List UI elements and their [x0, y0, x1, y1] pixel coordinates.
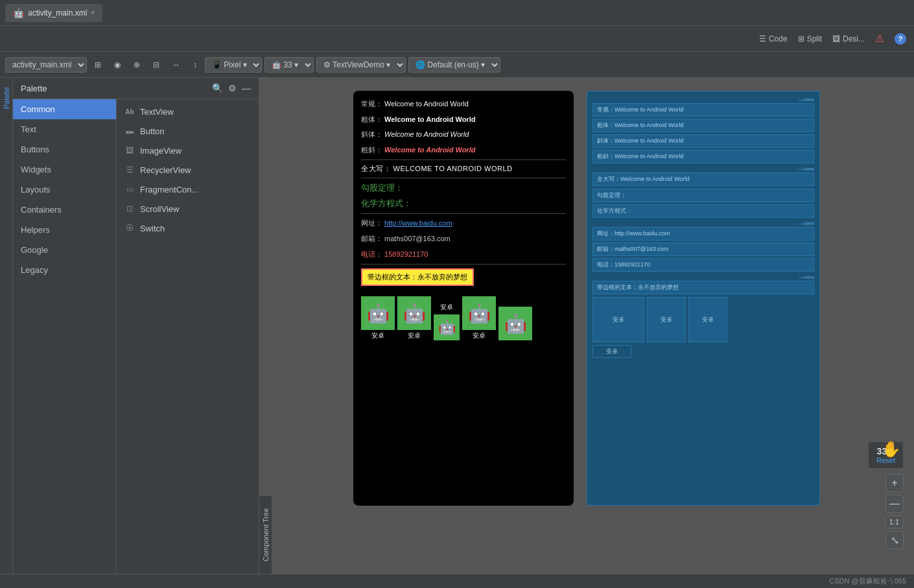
category-text[interactable]: Text [13, 119, 116, 139]
palette-header: Palette 🔍 ⚙ — [13, 78, 259, 99]
palette-search-button[interactable]: 🔍 [212, 83, 223, 93]
status-bar: CSDN @旨麻粗捡う865 [0, 574, 914, 588]
zoom-ratio-button[interactable]: 1:1 [885, 515, 904, 528]
tab-close-icon[interactable]: × [91, 9, 95, 16]
android-robot-3: 🤖 [434, 314, 460, 340]
android-robot-2: 🤖 [397, 296, 431, 330]
blueprint-content: —view 常规：Welcome to Android World 粗体：Wel… [587, 91, 819, 363]
help-icon[interactable]: ? [895, 33, 906, 45]
zoom-expand-button[interactable]: ⤡ [885, 531, 904, 549]
title-bar: 🤖 activity_main.xml × [0, 0, 914, 26]
locale-selector[interactable]: 🌐 Default (en-us) ▾ [408, 57, 500, 73]
app-selector[interactable]: ⚙ TextViewDemo ▾ [316, 57, 406, 73]
category-buttons[interactable]: Buttons [13, 139, 116, 159]
editor-toolbar: activity_main.xml ⊞ ◉ ⊕ ⊟ ↔ ↕ 📱 Pixel ▾ … [0, 52, 914, 78]
category-google[interactable]: Google [13, 240, 116, 260]
android-robot-1: 🤖 [361, 296, 395, 330]
bp-android-section: 安卓 安卓 安卓 [592, 297, 814, 342]
button-icon: ▬ [124, 126, 135, 136]
android-robot-4: 🤖 [462, 296, 496, 330]
phone-row-bold: 粗体： Welcome to Android World [361, 114, 566, 126]
component-scrollview-label: ScrollView [140, 204, 179, 214]
recyclerview-icon: ☰ [124, 165, 135, 175]
file-tab[interactable]: 🤖 activity_main.xml × [5, 4, 102, 22]
filename-selector[interactable]: activity_main.xml [5, 57, 87, 73]
phone-chemical: 化学方程式： [361, 198, 566, 209]
android-fig-3: 安卓 🤖 [434, 303, 460, 340]
v-arrow-button[interactable]: ↕ [188, 58, 202, 72]
palette-minimize-button[interactable]: — [242, 83, 251, 93]
component-recyclerview[interactable]: ☰ RecyclerView [117, 160, 259, 180]
bp-view-label-4: —view [592, 274, 814, 280]
component-tree-label[interactable]: Component Tree [262, 508, 270, 561]
phone-phone: 电话： 15892921170 [361, 249, 566, 261]
h-arrow-button[interactable]: ↔ [167, 58, 185, 72]
split-icon: ⊞ [798, 34, 804, 43]
zoom-out-button[interactable]: — [885, 495, 904, 513]
phone-android-figures: 🤖 安卓 🤖 安卓 安卓 [361, 296, 566, 340]
canvas-area: 常规： Welcome to Android World 粗体： Welcome… [259, 78, 914, 588]
component-switch-label: Switch [140, 224, 165, 233]
api-selector[interactable]: 🤖 33 ▾ [264, 57, 314, 73]
bp-bordered: 带边框的文本：永不放弃的梦想 [592, 281, 814, 294]
eye-icon: ◉ [114, 60, 121, 69]
component-button[interactable]: ▬ Button [117, 121, 259, 141]
component-imageview[interactable]: 🖼 ImageView [117, 141, 259, 160]
split-view-button[interactable]: ⊞ Split [798, 34, 822, 43]
design-view-button[interactable]: 🖼 Desi... [832, 34, 865, 43]
bp-contact-section: —view 网址：http://www.baidu.com 邮箱：maths00… [592, 220, 814, 272]
bp-row-normal: 常规：Welcome to Android World [592, 103, 814, 117]
category-widgets[interactable]: Widgets [13, 159, 116, 180]
bp-android-section-2: 安卓 [592, 345, 814, 358]
blueprint-preview: —view 常规：Welcome to Android World 粗体：Wel… [587, 91, 820, 506]
android-fig-1: 🤖 安卓 [361, 296, 395, 340]
eye-button[interactable]: ◉ [109, 58, 126, 72]
bp-android-sub-1: 安卓 [592, 345, 631, 358]
code-icon: ☰ [759, 34, 766, 43]
pan-icon: ⊕ [134, 60, 140, 69]
switch-icon: ⦿ [124, 223, 135, 233]
phone-divider-3 [361, 213, 566, 214]
phone-row-italic: 斜体： Welcome to Android World [361, 129, 566, 141]
code-view-button[interactable]: ☰ Code [759, 34, 788, 43]
category-layouts[interactable]: Layouts [13, 180, 116, 200]
bp-phone: 电话：15892921170 [592, 258, 814, 272]
bp-android-3: 安卓 [688, 297, 727, 342]
component-fragmentcontainer[interactable]: ▭ FragmentCon... [117, 180, 259, 199]
bp-uppercase: 全大写：Welcome to Android World [592, 172, 814, 186]
component-textview-label: TextView [140, 107, 174, 117]
columns-icon: ⊟ [153, 60, 159, 69]
pan-button[interactable]: ⊕ [128, 58, 145, 72]
bp-view-label-2: —view [592, 166, 814, 172]
layers-button[interactable]: ⊞ [89, 58, 106, 72]
editor-toolbar-left: activity_main.xml ⊞ ◉ ⊕ ⊟ ↔ ↕ 📱 Pixel ▾ … [5, 57, 909, 73]
bp-row-italic: 斜体：Welcome to Android World [592, 134, 814, 148]
imageview-icon: 🖼 [124, 145, 135, 156]
component-imageview-label: ImageView [140, 146, 182, 156]
palette-settings-button[interactable]: ⚙ [228, 83, 237, 93]
android-fig-4: 🤖 安卓 [462, 296, 496, 340]
canvas-wrapper: 常规： Welcome to Android World 粗体： Welcome… [259, 78, 914, 588]
android-fig-2: 🤖 安卓 [397, 296, 431, 340]
palette-tab[interactable]: Palette [1, 83, 12, 113]
category-containers[interactable]: Containers [13, 200, 116, 220]
view-toggle-button[interactable]: ⊟ [148, 58, 165, 72]
component-scrollview[interactable]: ⊡ ScrollView [117, 199, 259, 218]
component-textview[interactable]: Ab TextView [117, 102, 259, 121]
android-fig-5: 🤖 [498, 307, 532, 340]
tab-filename: activity_main.xml [28, 8, 87, 18]
component-tree-tab[interactable]: Component Tree [259, 496, 272, 574]
bp-uppercase-section: —view 全大写：Welcome to Android World [592, 166, 814, 186]
zoom-in-button[interactable]: + [885, 474, 904, 492]
error-icon[interactable]: ⚠ [875, 32, 884, 45]
device-selector[interactable]: 📱 Pixel ▾ [205, 57, 262, 73]
top-toolbar: ☰ Code ⊞ Split 🖼 Desi... ⚠ ? [0, 26, 914, 52]
category-helpers[interactable]: Helpers [13, 220, 116, 240]
palette-content: Common Text Buttons Widgets Layouts Cont… [13, 99, 259, 588]
category-legacy[interactable]: Legacy [13, 260, 116, 280]
category-common[interactable]: Common [13, 99, 116, 119]
fragmentcontainer-icon: ▭ [124, 184, 135, 194]
component-switch[interactable]: ⦿ Switch [117, 218, 259, 238]
bp-text-section: —view 常规：Welcome to Android World 粗体：Wel… [592, 97, 814, 163]
bp-row-bolditalic: 粗斜：Welcome to Android World [592, 150, 814, 163]
